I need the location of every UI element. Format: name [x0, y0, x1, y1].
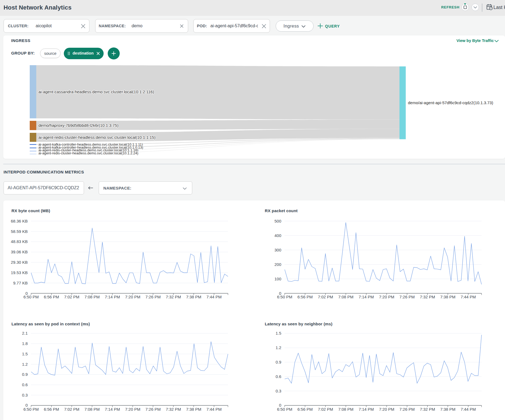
svg-text:7:02 PM: 7:02 PM — [318, 295, 333, 299]
svg-text:7:26 PM: 7:26 PM — [145, 295, 161, 299]
svg-text:7:14 PM: 7:14 PM — [359, 295, 374, 299]
svg-text:48.83 KB: 48.83 KB — [11, 239, 28, 244]
svg-text:0.6: 0.6 — [22, 382, 28, 387]
svg-text:1.8: 1.8 — [22, 341, 28, 346]
svg-text:9.77 KB: 9.77 KB — [13, 281, 28, 285]
svg-text:68.36 KB: 68.36 KB — [11, 219, 28, 223]
svg-text:1.2: 1.2 — [276, 345, 281, 350]
svg-text:0.6: 0.6 — [276, 374, 281, 379]
svg-text:7:26 PM: 7:26 PM — [145, 407, 161, 412]
svg-text:Latency as seen by neighbor (m: Latency as seen by neighbor (ms) — [265, 322, 332, 326]
svg-text:7:14 PM: 7:14 PM — [359, 407, 374, 412]
svg-text:7:02 PM: 7:02 PM — [64, 407, 79, 412]
svg-text:1.2: 1.2 — [22, 362, 28, 367]
svg-text:ai-agent-redis-cluster-headles: ai-agent-redis-cluster-headless.demo.svc… — [38, 151, 138, 155]
svg-text:Latency as seen by pod in cont: Latency as seen by pod in context (ms) — [11, 322, 90, 326]
svg-text:RX byte count (MB): RX byte count (MB) — [11, 208, 50, 213]
svg-text:7:38 PM: 7:38 PM — [440, 407, 455, 412]
svg-text:7:32 PM: 7:32 PM — [166, 407, 181, 412]
svg-text:7:08 PM: 7:08 PM — [338, 295, 353, 299]
svg-text:7:32 PM: 7:32 PM — [420, 407, 435, 412]
svg-text:500: 500 — [274, 219, 281, 223]
svg-text:0.9: 0.9 — [22, 372, 28, 377]
svg-text:7:20 PM: 7:20 PM — [125, 407, 140, 412]
svg-text:7:08 PM: 7:08 PM — [338, 407, 353, 412]
svg-text:demo/haproxy-7b9d58bbd8-l2k6r(: demo/haproxy-7b9d58bbd8-l2k6r(10.1.3.75) — [38, 123, 119, 128]
svg-text:7:14 PM: 7:14 PM — [105, 407, 120, 412]
svg-text:demo/ai-agent-api-57df6c9cd-cq: demo/ai-agent-api-57df6c9cd-cqdz2(10.1.3… — [408, 100, 493, 105]
svg-text:6:50 PM: 6:50 PM — [23, 295, 39, 299]
svg-text:6:56 PM: 6:56 PM — [297, 407, 313, 412]
svg-text:6:50 PM: 6:50 PM — [277, 407, 292, 412]
svg-text:7:44 PM: 7:44 PM — [206, 295, 222, 299]
svg-text:7:44 PM: 7:44 PM — [461, 407, 476, 412]
svg-text:29.30 KB: 29.30 KB — [11, 260, 28, 265]
svg-text:6:50 PM: 6:50 PM — [23, 407, 39, 412]
svg-text:RX packet count: RX packet count — [265, 208, 298, 213]
svg-text:400: 400 — [274, 233, 281, 238]
svg-text:7:02 PM: 7:02 PM — [318, 407, 333, 412]
svg-text:ai-agent-cassandra-headless.de: ai-agent-cassandra-headless.demo.svc.clu… — [38, 89, 154, 94]
svg-text:7:08 PM: 7:08 PM — [85, 295, 100, 299]
svg-text:19.53 KB: 19.53 KB — [11, 270, 28, 275]
svg-text:39.06 KB: 39.06 KB — [11, 250, 28, 254]
svg-text:7:26 PM: 7:26 PM — [399, 295, 415, 299]
svg-text:7:32 PM: 7:32 PM — [420, 295, 435, 299]
svg-text:300: 300 — [274, 248, 281, 252]
svg-text:0.9: 0.9 — [276, 360, 281, 364]
svg-text:2.1: 2.1 — [22, 331, 28, 335]
svg-text:7:44 PM: 7:44 PM — [206, 407, 222, 412]
svg-text:7:02 PM: 7:02 PM — [64, 295, 79, 299]
svg-text:7:44 PM: 7:44 PM — [461, 295, 476, 299]
svg-text:1.5: 1.5 — [276, 331, 281, 335]
svg-text:ai-agent-redis-cluster-headles: ai-agent-redis-cluster-headless.demo.svc… — [38, 135, 155, 140]
svg-text:7:08 PM: 7:08 PM — [85, 407, 100, 412]
svg-text:7:20 PM: 7:20 PM — [379, 295, 394, 299]
svg-text:7:38 PM: 7:38 PM — [186, 295, 201, 299]
svg-text:7:20 PM: 7:20 PM — [125, 295, 140, 299]
svg-text:6:56 PM: 6:56 PM — [297, 295, 313, 299]
svg-text:1.5: 1.5 — [22, 352, 28, 356]
svg-text:7:14 PM: 7:14 PM — [105, 295, 120, 299]
svg-text:0.3: 0.3 — [22, 393, 28, 397]
svg-text:200: 200 — [274, 262, 281, 267]
svg-text:6:50 PM: 6:50 PM — [277, 295, 292, 299]
svg-text:58.59 KB: 58.59 KB — [11, 229, 28, 234]
svg-text:6:56 PM: 6:56 PM — [44, 295, 59, 299]
svg-text:7:26 PM: 7:26 PM — [399, 407, 415, 412]
svg-text:6:56 PM: 6:56 PM — [44, 407, 59, 412]
svg-text:100: 100 — [274, 277, 281, 281]
svg-text:7:20 PM: 7:20 PM — [379, 407, 394, 412]
svg-text:7:38 PM: 7:38 PM — [186, 407, 201, 412]
svg-text:0.3: 0.3 — [276, 389, 281, 393]
svg-text:7:38 PM: 7:38 PM — [440, 295, 455, 299]
svg-text:7:32 PM: 7:32 PM — [166, 295, 181, 299]
